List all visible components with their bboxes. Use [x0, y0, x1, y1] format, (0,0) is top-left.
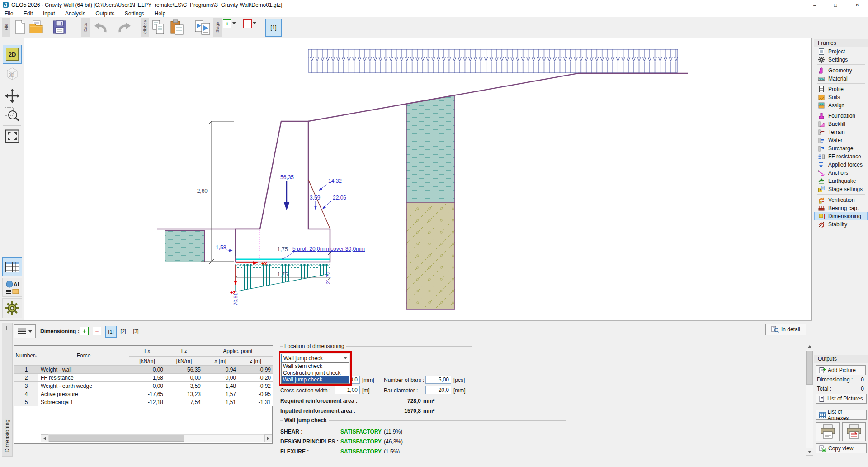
- frames-item-material[interactable]: Material: [815, 75, 867, 82]
- list-of-pictures-button[interactable]: List of Pictures: [816, 394, 867, 404]
- table-cell[interactable]: 4: [14, 390, 38, 398]
- frames-item-applied-forces[interactable]: Applied forces: [815, 161, 867, 168]
- dropdown-option-construction-joint[interactable]: Construction joint check: [282, 370, 349, 376]
- table-cell[interactable]: 1: [14, 366, 38, 374]
- frames-item-settings[interactable]: Settings: [815, 56, 867, 63]
- print-button[interactable]: [816, 422, 840, 441]
- copy-view-toolbar-button[interactable]: [194, 19, 212, 35]
- frames-item-surcharge[interactable]: Surcharge: [815, 144, 867, 152]
- frames-item-stage-settings[interactable]: 12Stage settings: [815, 185, 867, 193]
- bottom-panel-side-tab[interactable]: Dimensioning: [2, 323, 13, 457]
- location-combobox[interactable]: Wall jump check: [281, 354, 349, 362]
- frames-item-dimensioning[interactable]: Dimensioning: [815, 212, 867, 220]
- col-subheader-z[interactable]: z [m]: [238, 357, 273, 366]
- add-stage-button[interactable]: +: [223, 19, 231, 28]
- remove-dimensioning-button[interactable]: −: [93, 327, 101, 335]
- bottom-vscroll-down[interactable]: [806, 448, 813, 456]
- table-cell[interactable]: Weight - earth wedge: [38, 382, 129, 390]
- frames-item-water[interactable]: Water: [815, 136, 867, 144]
- table-cell[interactable]: 13,23: [165, 390, 203, 398]
- frames-item-assign[interactable]: Assign: [815, 101, 867, 109]
- bottom-vscroll-up[interactable]: [806, 343, 813, 350]
- table-cell[interactable]: 3: [14, 382, 38, 390]
- zoom-select-button[interactable]: [3, 105, 21, 123]
- drawing-settings-button[interactable]: [2, 298, 22, 318]
- table-cell[interactable]: 56,35: [165, 366, 203, 374]
- table-hscroll-right[interactable]: [264, 434, 272, 442]
- undo-button[interactable]: [92, 21, 108, 34]
- minimize-button[interactable]: –: [804, 0, 825, 9]
- frames-item-stability[interactable]: Stability: [815, 220, 867, 228]
- menu-input[interactable]: Input: [39, 10, 59, 17]
- table-cell[interactable]: Active pressure: [38, 390, 129, 398]
- table-cell[interactable]: 0,00: [129, 366, 165, 374]
- remove-stage-caret[interactable]: [253, 22, 256, 24]
- copy-button[interactable]: [151, 19, 166, 35]
- col-header-applic-point[interactable]: Applic. point: [203, 346, 273, 357]
- cross-section-width-input[interactable]: 1,00: [335, 386, 360, 394]
- menu-analysis[interactable]: Analysis: [61, 10, 90, 17]
- frames-item-project[interactable]: Project: [815, 48, 867, 55]
- list-of-annexes-button[interactable]: List of Annexes: [816, 410, 867, 420]
- bottom-stage-2-button[interactable]: [2]: [118, 326, 128, 337]
- col-header-force[interactable]: Force: [38, 346, 129, 366]
- table-cell[interactable]: -1,31: [238, 398, 273, 406]
- table-cell[interactable]: 1,58: [129, 374, 165, 382]
- dropdown-option-wall-jump[interactable]: Wall jump check: [282, 376, 349, 383]
- maximize-button[interactable]: □: [825, 0, 846, 9]
- frames-item-geometry[interactable]: Geometry: [815, 67, 867, 74]
- annotation-settings-button[interactable]: Ab: [2, 278, 22, 297]
- open-file-button[interactable]: [28, 19, 45, 35]
- frames-item-ff-resistance[interactable]: FF resistance: [815, 152, 867, 160]
- table-cell[interactable]: -0,20: [238, 374, 273, 382]
- table-cell[interactable]: 0,94: [203, 366, 238, 374]
- stage-1-button[interactable]: [1]: [265, 19, 282, 37]
- frames-item-foundation[interactable]: Foundation: [815, 112, 867, 119]
- print-annex-button[interactable]: [842, 422, 866, 441]
- menu-outputs[interactable]: Outputs: [91, 10, 118, 17]
- remove-stage-button[interactable]: −: [243, 19, 252, 28]
- add-stage-caret[interactable]: [232, 22, 236, 24]
- table-cell[interactable]: -0,92: [238, 382, 273, 390]
- menu-settings[interactable]: Settings: [121, 10, 148, 17]
- add-dimensioning-button[interactable]: +: [80, 327, 89, 335]
- frames-item-profile[interactable]: Profile: [815, 85, 867, 93]
- table-cell[interactable]: 7,54: [165, 398, 203, 406]
- pan-button[interactable]: [4, 88, 20, 104]
- table-hscroll-thumb[interactable]: [49, 435, 184, 442]
- table-cell[interactable]: 0,00: [203, 374, 238, 382]
- in-detail-button[interactable]: In detail: [765, 324, 806, 335]
- bottom-vscroll-thumb[interactable]: [806, 351, 813, 385]
- view-3d-button[interactable]: 3D: [3, 65, 21, 82]
- table-hscroll-left[interactable]: [41, 434, 48, 442]
- menu-file[interactable]: File: [0, 10, 17, 17]
- frames-item-terrain[interactable]: Terrain: [815, 128, 867, 136]
- frames-item-soils[interactable]: Soils: [815, 93, 867, 101]
- col-header-fx[interactable]: Fx: [129, 346, 165, 357]
- frames-item-backfill[interactable]: Backfill: [815, 120, 867, 128]
- col-header-number[interactable]: Number▴: [14, 346, 38, 366]
- frames-item-bearing-cap[interactable]: Bearing cap.: [815, 204, 867, 212]
- save-button[interactable]: [52, 19, 67, 35]
- table-cell[interactable]: 0,00: [129, 382, 165, 390]
- table-cell[interactable]: 3,59: [165, 382, 203, 390]
- add-picture-button[interactable]: Add Picture: [816, 365, 866, 375]
- table-cell[interactable]: 1,57: [203, 390, 238, 398]
- bottom-stage-1-button[interactable]: [1]: [105, 326, 117, 338]
- table-cell[interactable]: Weight - wall: [38, 366, 129, 374]
- dropdown-option-wall-stem[interactable]: Wall stem check: [282, 363, 349, 370]
- frame-list-button[interactable]: [14, 324, 36, 338]
- view-2d-button[interactable]: 2D: [3, 45, 22, 64]
- bottom-stage-3-button[interactable]: [3]: [131, 326, 141, 337]
- new-file-button[interactable]: [13, 19, 27, 35]
- table-cell[interactable]: -17,65: [129, 390, 165, 398]
- number-of-bars-input[interactable]: 5,00: [425, 376, 451, 384]
- col-header-fz[interactable]: Fz: [165, 346, 203, 357]
- paste-button[interactable]: [170, 19, 185, 35]
- table-cell[interactable]: 5: [14, 398, 38, 406]
- table-cell[interactable]: 1,48: [203, 382, 238, 390]
- table-cell[interactable]: 1,51: [203, 398, 238, 406]
- frames-item-verification[interactable]: Verification: [815, 196, 867, 204]
- copy-view-button[interactable]: Copy view: [816, 443, 867, 453]
- col-subheader-x[interactable]: x [m]: [203, 357, 238, 366]
